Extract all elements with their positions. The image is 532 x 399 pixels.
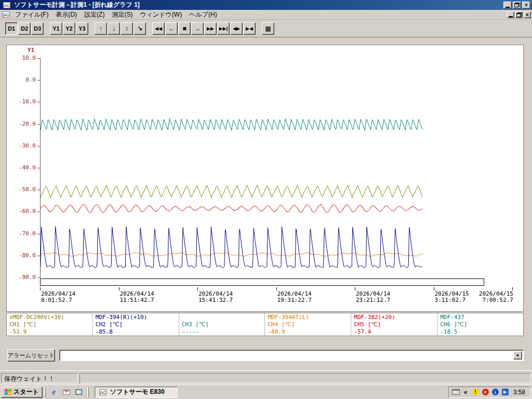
y-axis-tick-label: -80.0: [7, 252, 36, 259]
fit-vertical-icon: ↕: [125, 25, 128, 32]
rewind-icon: ◀◀: [155, 26, 162, 31]
taskbar-clock[interactable]: 3:58: [511, 389, 527, 396]
legend-channel-label: CH2 [℃]: [96, 321, 176, 328]
scroll-up-button[interactable]: ↑: [95, 22, 107, 35]
legend-channel-label: CH1 [℃]: [9, 321, 90, 328]
legend-channel-name: MDF-437: [440, 314, 521, 321]
y-axis-tick: [37, 277, 40, 278]
trace-ch5: [41, 204, 423, 212]
status-message-panel: 保存ウェイト！！: [1, 373, 78, 383]
expand-range-button[interactable]: ◀▶: [230, 22, 243, 35]
scroll-up-icon: ↑: [99, 25, 102, 32]
axis-y2-button[interactable]: Y2: [63, 22, 75, 35]
time-range-box[interactable]: [40, 278, 484, 286]
legend-channel-value: -80.9: [268, 328, 348, 336]
taskbar-grip[interactable]: [44, 387, 46, 397]
axis-y3-button[interactable]: Y3: [76, 22, 88, 35]
start-button[interactable]: スタート: [1, 387, 43, 398]
internet-explorer-icon[interactable]: e: [49, 387, 59, 397]
status-bar: 保存ウェイト！！: [0, 370, 532, 384]
fit-vertical-button[interactable]: ↕: [121, 22, 133, 35]
toolbar: D1D2D3 Y1Y2Y3 ↑↓↕↘ ◀◀←■→▶▶▶▶|◀▶▶◀ ▦: [0, 20, 532, 37]
legend-channel-1: sMDF-DC200V(+30)CH1 [℃]-51.9: [7, 313, 92, 336]
collapse-chevron-icon[interactable]: «: [462, 389, 470, 396]
minimize-button[interactable]: [503, 2, 512, 9]
x-axis-time: 3:11:02.7: [435, 297, 469, 303]
media-play-icon[interactable]: ▶: [501, 389, 509, 396]
y-axis-tick: [37, 211, 40, 212]
system-tray: « ! × i ▶ 3:58: [448, 387, 531, 398]
menu-item-help[interactable]: ヘルプ(H): [185, 9, 221, 20]
toolbar-separator: [89, 22, 95, 35]
toolbar-separator: [44, 22, 50, 35]
menu-item-view[interactable]: 表示(D): [52, 9, 81, 20]
legend-channel-value: -----: [182, 328, 262, 336]
legend-channel-value: -85.8: [96, 328, 176, 336]
display-mode-button[interactable]: ▦: [262, 22, 274, 35]
error-status-icon[interactable]: ×: [482, 389, 489, 396]
stop-icon: ■: [182, 25, 186, 32]
mdi-close-icon: ×: [526, 12, 529, 18]
app-icon[interactable]: [3, 2, 11, 9]
scroll-down-button[interactable]: ↓: [108, 22, 120, 35]
restore-icon: [514, 3, 520, 7]
legend-channel-4: MDF-394AT(L)CH4 [℃]-80.9: [264, 313, 351, 336]
auto-scale-button[interactable]: ↘: [134, 22, 146, 35]
task-icon: [99, 389, 107, 396]
input-device-icon[interactable]: [452, 389, 460, 396]
dataset-d1-button[interactable]: D1: [5, 22, 18, 35]
compress-range-button[interactable]: ▶◀: [243, 22, 256, 35]
step-back-button[interactable]: ←: [165, 22, 178, 35]
close-button[interactable]: ×: [522, 2, 530, 9]
quick-launch: e: [47, 387, 86, 397]
legend-channel-label: CH4 [℃]: [268, 321, 348, 328]
dataset-d2-button[interactable]: D2: [18, 22, 31, 35]
y-axis-tick-label: -90.0: [7, 274, 36, 281]
stop-button[interactable]: ■: [178, 22, 191, 35]
security-warning-icon[interactable]: !: [472, 389, 480, 396]
rewind-button[interactable]: ◀◀: [152, 22, 165, 35]
info-status-icon[interactable]: i: [491, 389, 499, 396]
restore-button[interactable]: [513, 2, 521, 9]
alarm-reset-button[interactable]: アラームリセット: [7, 349, 55, 362]
mail-icon[interactable]: [61, 387, 72, 397]
x-axis-time: 23:21:12.7: [356, 297, 390, 303]
show-desktop-icon[interactable]: [74, 387, 84, 397]
legend-channel-name: MDF-382(+20): [354, 314, 434, 321]
chart-plot-area[interactable]: [41, 58, 512, 278]
menu-item-window[interactable]: ウィンドウ(W): [136, 9, 185, 20]
y-axis-tick: [37, 58, 40, 59]
taskbar-grip[interactable]: [87, 387, 89, 397]
compress-range-icon: ▶◀: [246, 26, 253, 31]
mdi-minimize-button[interactable]: [507, 11, 514, 18]
skip-to-end-button[interactable]: ▶▶|: [217, 22, 230, 35]
task-button-softthermo[interactable]: ソフトサーモ E830: [95, 387, 178, 398]
y-axis-tick-label: -50.0: [7, 186, 36, 193]
y-axis-tick-label: -10.0: [7, 98, 36, 105]
mdi-restore-button[interactable]: [515, 11, 523, 18]
legend-channel-name: MDF-394(R)(+10): [96, 314, 176, 321]
chart-panel: Y1 10.00.0-10.0-20.0-30.0-40.0-50.0-60.0…: [6, 45, 524, 312]
channel-legend: sMDF-DC200V(+30)CH1 [℃]-51.9MDF-394(R)(+…: [6, 313, 524, 336]
menu-item-settings[interactable]: 設定(Z): [81, 9, 108, 20]
x-axis-tick: [355, 287, 355, 290]
menu-item-measure[interactable]: 測定(S): [108, 9, 136, 20]
step-forward-button[interactable]: →: [191, 22, 204, 35]
fast-forward-button[interactable]: ▶▶: [204, 22, 217, 35]
alarm-combobox[interactable]: ▼: [59, 350, 524, 361]
axis-y1-button[interactable]: Y1: [50, 22, 62, 35]
mdi-close-button[interactable]: ×: [524, 11, 531, 18]
document-icon[interactable]: [2, 11, 10, 18]
close-icon: ×: [525, 2, 528, 8]
dataset-d3-button[interactable]: D3: [31, 22, 44, 35]
legend-channel-name: sMDF-DC200V(+30): [9, 314, 90, 321]
y-axis-tick-label: -30.0: [7, 142, 36, 150]
menu-item-file[interactable]: ファイル(F): [11, 9, 52, 20]
title-bar: ソフトサーモ計測－計測1 - [折れ線グラフ 1] ×: [0, 0, 532, 10]
windows-logo-icon: [5, 389, 11, 395]
trace-ch4: [41, 252, 423, 257]
y-axis-tick: [37, 256, 40, 256]
combobox-dropdown-button[interactable]: ▼: [513, 351, 522, 360]
nav-button-group: ◀◀←■→▶▶▶▶|◀▶▶◀: [152, 22, 256, 35]
y-axis-tick-label: 10.0: [7, 55, 36, 62]
